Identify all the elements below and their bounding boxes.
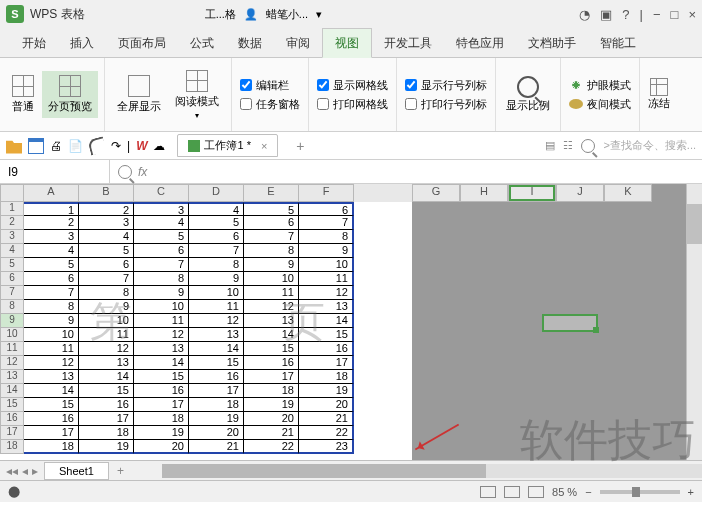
maximize-button[interactable]: □ xyxy=(671,7,679,22)
ribbon-tab-10[interactable]: 智能工 xyxy=(588,29,648,57)
row-header[interactable]: 1 xyxy=(0,202,24,216)
print-headings-checkbox[interactable]: 打印行号列标 xyxy=(405,97,487,112)
undo-icon[interactable] xyxy=(87,136,107,156)
cell[interactable]: 19 xyxy=(79,440,134,454)
cell[interactable]: 7 xyxy=(299,216,354,230)
cell[interactable]: 6 xyxy=(244,216,299,230)
cell[interactable]: 14 xyxy=(244,328,299,342)
cell[interactable]: 3 xyxy=(79,216,134,230)
normal-view-button[interactable]: 普通 xyxy=(6,71,40,118)
cell[interactable]: 10 xyxy=(134,300,189,314)
cell[interactable]: 18 xyxy=(244,384,299,398)
headings-checkbox[interactable]: 显示行号列标 xyxy=(405,78,487,93)
cell[interactable]: 13 xyxy=(244,314,299,328)
minimize-button[interactable]: − xyxy=(653,7,661,22)
close-button[interactable]: × xyxy=(688,7,696,22)
cell[interactable]: 9 xyxy=(134,286,189,300)
row-header[interactable]: 18 xyxy=(0,440,24,454)
cell[interactable]: 6 xyxy=(24,272,79,286)
cell[interactable]: 11 xyxy=(24,342,79,356)
cell[interactable]: 8 xyxy=(189,258,244,272)
cell[interactable]: 10 xyxy=(299,258,354,272)
doc-switch-2[interactable]: 蜡笔小... xyxy=(266,7,308,22)
cell[interactable]: 23 xyxy=(299,440,354,454)
row-header[interactable]: 13 xyxy=(0,370,24,384)
cell[interactable]: 19 xyxy=(134,426,189,440)
col-header-C[interactable]: C xyxy=(134,184,189,202)
zoom-level[interactable]: 85 % xyxy=(552,486,577,498)
cell[interactable]: 16 xyxy=(299,342,354,356)
row-header[interactable]: 4 xyxy=(0,244,24,258)
cell[interactable]: 18 xyxy=(299,370,354,384)
cell[interactable]: 7 xyxy=(79,272,134,286)
cell[interactable]: 4 xyxy=(189,202,244,216)
cell[interactable]: 6 xyxy=(79,258,134,272)
cell[interactable]: 16 xyxy=(134,384,189,398)
close-tab-icon[interactable]: × xyxy=(261,140,267,152)
ribbon-tab-6[interactable]: 视图 xyxy=(322,28,372,58)
cell[interactable]: 10 xyxy=(244,272,299,286)
zoom-out-button[interactable]: − xyxy=(585,486,591,498)
cell[interactable]: 3 xyxy=(24,230,79,244)
ribbon-tab-3[interactable]: 公式 xyxy=(178,29,226,57)
theme-icon[interactable]: ▣ xyxy=(600,7,612,22)
cell[interactable]: 18 xyxy=(24,440,79,454)
search-icon[interactable] xyxy=(581,139,595,153)
user-icon[interactable]: ☷ xyxy=(563,139,573,152)
cell[interactable]: 11 xyxy=(244,286,299,300)
add-sheet-button[interactable]: + xyxy=(109,462,132,480)
cell[interactable]: 17 xyxy=(189,384,244,398)
wps-logo-icon[interactable]: W xyxy=(136,139,147,153)
skin-icon[interactable]: ◔ xyxy=(579,7,590,22)
save-icon[interactable] xyxy=(28,138,44,154)
cell[interactable]: 12 xyxy=(244,300,299,314)
cell[interactable]: 20 xyxy=(134,440,189,454)
cell[interactable]: 7 xyxy=(24,286,79,300)
cell[interactable]: 8 xyxy=(134,272,189,286)
ribbon-tab-7[interactable]: 开发工具 xyxy=(372,29,444,57)
freeze-panes-button[interactable]: 冻结 xyxy=(640,58,678,131)
cloud-icon[interactable]: ☁ xyxy=(153,139,165,153)
col-header-G[interactable]: G xyxy=(412,184,460,202)
cell[interactable]: 14 xyxy=(299,314,354,328)
cell[interactable]: 19 xyxy=(299,384,354,398)
sheet-nav-next[interactable]: ▸ xyxy=(32,464,38,478)
cell[interactable]: 20 xyxy=(189,426,244,440)
document-tab[interactable]: 工作簿1 * × xyxy=(177,134,278,157)
cell[interactable]: 16 xyxy=(24,412,79,426)
ribbon-tab-5[interactable]: 审阅 xyxy=(274,29,322,57)
row-header[interactable]: 7 xyxy=(0,286,24,300)
name-search-icon[interactable] xyxy=(118,165,132,179)
task-pane-checkbox[interactable]: 任务窗格 xyxy=(240,97,300,112)
avatar-icon[interactable]: 👤 xyxy=(244,8,258,21)
cell[interactable]: 9 xyxy=(79,300,134,314)
ribbon-tab-1[interactable]: 插入 xyxy=(58,29,106,57)
view-break-icon[interactable] xyxy=(528,486,544,498)
cell[interactable]: 5 xyxy=(24,258,79,272)
print-gridlines-checkbox[interactable]: 打印网格线 xyxy=(317,97,388,112)
cell[interactable]: 15 xyxy=(189,356,244,370)
row-header[interactable]: 10 xyxy=(0,328,24,342)
view-normal-icon[interactable] xyxy=(480,486,496,498)
cell[interactable]: 20 xyxy=(299,398,354,412)
print-preview-icon[interactable]: 📄 xyxy=(68,139,83,153)
cell[interactable]: 9 xyxy=(299,244,354,258)
row-header[interactable]: 8 xyxy=(0,300,24,314)
cell[interactable]: 14 xyxy=(79,370,134,384)
cell[interactable]: 7 xyxy=(134,258,189,272)
cell[interactable]: 11 xyxy=(134,314,189,328)
record-icon[interactable]: ⬤ xyxy=(8,485,20,498)
cell[interactable]: 12 xyxy=(24,356,79,370)
ribbon-tab-4[interactable]: 数据 xyxy=(226,29,274,57)
cell[interactable]: 10 xyxy=(79,314,134,328)
cell[interactable]: 16 xyxy=(244,356,299,370)
cell[interactable]: 19 xyxy=(244,398,299,412)
cell[interactable]: 10 xyxy=(189,286,244,300)
cell[interactable]: 10 xyxy=(24,328,79,342)
cell[interactable]: 18 xyxy=(79,426,134,440)
ribbon-tab-2[interactable]: 页面布局 xyxy=(106,29,178,57)
zoom-button[interactable]: 显示比例 xyxy=(496,58,561,131)
row-header[interactable]: 17 xyxy=(0,426,24,440)
cell[interactable]: 2 xyxy=(24,216,79,230)
row-header[interactable]: 12 xyxy=(0,356,24,370)
